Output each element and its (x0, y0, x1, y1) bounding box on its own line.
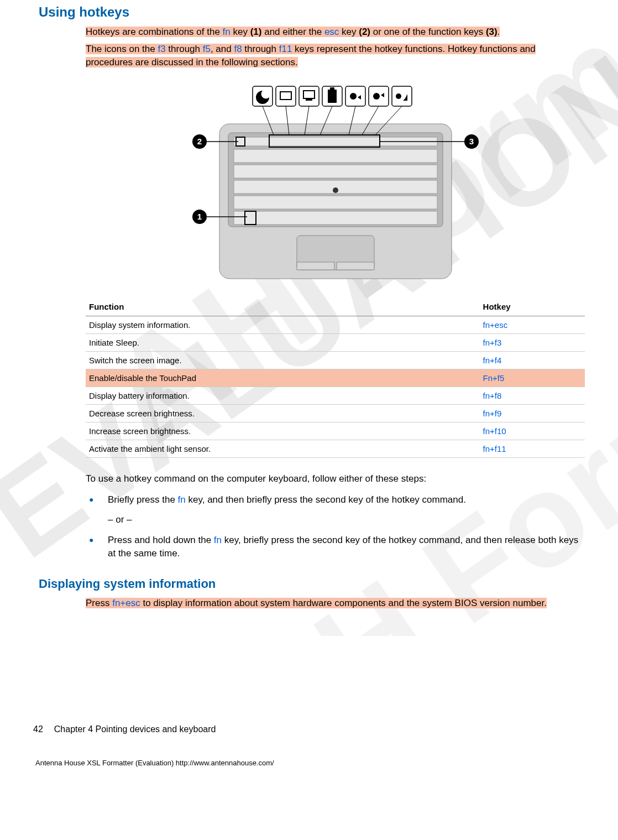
table-cell-function: Decrease screen brightness. (86, 404, 480, 422)
text-fragment: The icons on the (86, 44, 158, 54)
text-fragment: , and (211, 44, 234, 54)
text-fragment: key, and then briefly press the second k… (186, 494, 466, 505)
svg-rect-20 (328, 90, 337, 103)
svg-text:2: 2 (197, 137, 201, 146)
text-fragment: Briefly press the (108, 494, 178, 505)
table-header-hotkey: Hotkey (480, 298, 585, 316)
evaluation-notice: Antenna House XSL Formatter (Evaluation)… (33, 759, 585, 773)
key-ref-fn: fn (214, 535, 222, 545)
list-item: Briefly press the fn key, and then brief… (86, 493, 585, 526)
subsection-heading: Displaying system information (39, 577, 585, 591)
svg-rect-10 (297, 262, 334, 270)
text-fragment: through (166, 44, 203, 54)
table-cell-hotkey: fn+f4 (480, 351, 585, 369)
svg-rect-14 (276, 86, 296, 106)
svg-rect-16 (299, 86, 319, 106)
key-ref-esc: esc (324, 27, 339, 37)
usage-intro: To use a hotkey command on the computer … (86, 472, 585, 486)
svg-rect-7 (234, 211, 437, 225)
text-fragment: and either the (261, 27, 324, 37)
table-row: Decrease screen brightness.fn+f9 (86, 404, 585, 422)
svg-point-25 (373, 93, 380, 100)
svg-rect-3 (234, 149, 437, 163)
table-cell-function: Initiate Sleep. (86, 333, 480, 351)
svg-text:1: 1 (197, 212, 201, 221)
table-row: Display battery information.fn+f8 (86, 387, 585, 404)
text-fragment: Press and hold down the (108, 535, 214, 545)
svg-rect-26 (392, 86, 412, 106)
table-cell-function: Activate the ambient light sensor. (86, 440, 480, 457)
table-row: Increase screen brightness.fn+f10 (86, 422, 585, 440)
hotkey-table: Function Hotkey Display system informati… (86, 298, 585, 458)
text-fragment: key (231, 27, 250, 37)
text-fragment: through (242, 44, 279, 54)
callout-ref-1: (1) (250, 27, 262, 37)
text-fragment: Press (86, 598, 112, 608)
text-fragment: Hotkeys are combinations of the (86, 27, 223, 37)
svg-point-27 (396, 93, 401, 99)
table-cell-hotkey: fn+f9 (480, 404, 585, 422)
svg-point-23 (350, 93, 357, 100)
text-fragment: key (339, 27, 359, 37)
subsection-paragraph: Press fn+esc to display information abou… (86, 597, 585, 611)
svg-point-12 (333, 187, 338, 193)
key-ref-f11: f11 (279, 44, 292, 54)
svg-text:3: 3 (469, 137, 473, 146)
table-cell-function: Increase screen brightness. (86, 422, 480, 440)
table-cell-function: Display battery information. (86, 387, 480, 404)
key-ref-fn: fn (223, 27, 231, 37)
or-separator: – or – (108, 513, 585, 526)
table-cell-hotkey: fn+f3 (480, 333, 585, 351)
table-row: Initiate Sleep.fn+f3 (86, 333, 585, 351)
table-cell-hotkey: fn+f11 (480, 440, 585, 457)
callout-ref-2: (2) (359, 27, 370, 37)
callout-ref-3: (3) (486, 27, 497, 37)
table-row: Activate the ambient light sensor.fn+f11 (86, 440, 585, 457)
section-heading: Using hotkeys (39, 4, 585, 20)
table-cell-function: Display system information. (86, 316, 480, 333)
svg-rect-6 (234, 196, 437, 209)
table-cell-hotkey: fn+esc (480, 316, 585, 333)
table-row: Enable/disable the TouchPadFn+f5 (86, 369, 585, 387)
key-ref-fn: fn (178, 494, 186, 505)
table-cell-function: Switch the screen image. (86, 351, 480, 369)
table-cell-hotkey: fn+f8 (480, 387, 585, 404)
page-footer: 42 Chapter 4 Pointing devices and keyboa… (0, 724, 618, 773)
svg-rect-11 (337, 262, 374, 270)
table-row: Switch the screen image.fn+f4 (86, 351, 585, 369)
text-fragment: to display information about system hard… (140, 598, 547, 608)
page-number: 42 (33, 724, 43, 734)
intro-paragraph-2: The icons on the f3 through f5, and f8 t… (86, 43, 585, 70)
svg-rect-18 (306, 98, 312, 101)
list-item: Press and hold down the fn key, briefly … (86, 534, 585, 560)
svg-rect-21 (330, 87, 334, 90)
table-cell-hotkey: Fn+f5 (480, 369, 585, 387)
intro-paragraph-1: Hotkeys are combinations of the fn key (… (86, 25, 585, 39)
key-ref-fnesc: fn+esc (112, 598, 140, 608)
key-ref-f3: f3 (158, 44, 165, 54)
chapter-label: Chapter 4 Pointing devices and keyboard (54, 724, 216, 734)
text-fragment: . (497, 27, 500, 37)
table-cell-hotkey: fn+f10 (480, 422, 585, 440)
svg-rect-4 (234, 165, 437, 178)
text-fragment: or one of the function keys (370, 27, 486, 37)
keyboard-diagram: 2 3 1 (186, 80, 485, 284)
table-cell-function: Enable/disable the TouchPad (86, 369, 480, 387)
table-row: Display system information.fn+esc (86, 316, 585, 333)
key-ref-f5: f5 (203, 44, 211, 54)
table-header-function: Function (86, 298, 480, 316)
key-ref-f8: f8 (234, 44, 242, 54)
